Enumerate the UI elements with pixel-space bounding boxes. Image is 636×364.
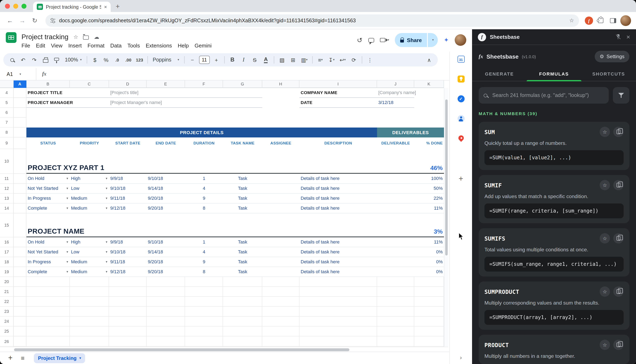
filter-button[interactable]: [613, 87, 629, 104]
row-header-15[interactable]: 15: [0, 213, 14, 237]
row-header-26[interactable]: 26: [0, 336, 14, 347]
cell-G12[interactable]: Task: [223, 184, 262, 194]
cell-K18[interactable]: 0%: [414, 257, 444, 267]
cell-A13[interactable]: [14, 194, 27, 204]
font-family-button[interactable]: Poppins▾: [150, 54, 182, 65]
cell-F23[interactable]: [185, 307, 223, 316]
section-2-percent[interactable]: 3%: [414, 213, 444, 237]
cell-K14[interactable]: 11%: [414, 204, 444, 213]
window-close-button[interactable]: [5, 4, 10, 8]
cell-F14[interactable]: 8: [185, 204, 223, 213]
favorite-button[interactable]: ☆: [600, 180, 610, 190]
cell-B14[interactable]: Complete▾: [27, 204, 70, 213]
cell-F6[interactable]: [185, 108, 223, 118]
number-format-button[interactable]: 123: [134, 54, 145, 65]
cell-C5[interactable]: [70, 98, 109, 108]
search-input[interactable]: [491, 92, 604, 99]
all-sheets-icon[interactable]: ≡: [17, 354, 28, 362]
cell-E13[interactable]: 9/20/18: [147, 194, 185, 204]
cell-C23[interactable]: [70, 307, 109, 316]
cell-G23[interactable]: [223, 307, 262, 316]
comment-icon[interactable]: [368, 38, 374, 42]
row-header-11[interactable]: 11: [0, 174, 14, 184]
cell-H7[interactable]: [262, 118, 299, 128]
star-document-icon[interactable]: ☆: [73, 34, 78, 40]
col-header-H[interactable]: H: [262, 80, 299, 88]
cell-H22[interactable]: [262, 297, 299, 307]
cell-J22[interactable]: [377, 297, 414, 307]
section-1-percent[interactable]: 46%: [414, 149, 444, 174]
cell-K24[interactable]: [414, 316, 444, 326]
cell-H24[interactable]: [262, 316, 299, 326]
formula-search-box[interactable]: [479, 87, 609, 104]
name-box[interactable]: A1 ▾: [0, 68, 36, 80]
url-text[interactable]: docs.google.com/spreadsheets/d/1era4ZW_i…: [59, 18, 565, 23]
meet-caret-icon[interactable]: ▾: [388, 38, 389, 42]
cell-I25[interactable]: [299, 326, 377, 336]
cell-H12[interactable]: [262, 184, 299, 194]
cell-K22[interactable]: [414, 297, 444, 307]
cell-E17[interactable]: 9/14/18: [147, 247, 185, 257]
col-header-B[interactable]: B: [27, 80, 70, 88]
row-header-23[interactable]: 23: [0, 307, 14, 316]
cell-G24[interactable]: [223, 316, 262, 326]
cell-B25[interactable]: [27, 326, 70, 336]
cell-D11[interactable]: 9/9/18: [109, 174, 147, 184]
cell-A14[interactable]: [14, 204, 27, 213]
account-avatar[interactable]: [455, 34, 466, 46]
cell-D17[interactable]: 9/10/18: [109, 247, 147, 257]
cell-H5[interactable]: [262, 98, 299, 108]
row-header-12[interactable]: 12: [0, 184, 14, 194]
decrease-decimals-button[interactable]: .0: [112, 54, 123, 65]
more-button[interactable]: ⋮: [365, 54, 375, 65]
cell-H26[interactable]: [262, 336, 299, 347]
row-header-4[interactable]: 4: [0, 88, 14, 98]
cell-H14[interactable]: [262, 204, 299, 213]
cell-E26[interactable]: [147, 336, 185, 347]
menu-format[interactable]: Format: [85, 42, 107, 50]
cell-E7[interactable]: [147, 118, 185, 128]
cell-I5[interactable]: DATE: [299, 98, 377, 108]
borders-button[interactable]: ⊞: [288, 54, 299, 65]
rail-contacts-button[interactable]: [455, 114, 466, 124]
undo-button[interactable]: ↶: [18, 54, 29, 65]
text-rotation-button[interactable]: ⟳: [349, 54, 359, 65]
table-header-deliverable[interactable]: DELIVERABLE: [377, 138, 414, 149]
band-deliverables[interactable]: DELIVERABLES: [377, 128, 444, 138]
print-button[interactable]: [40, 54, 51, 65]
col-header-E[interactable]: E: [147, 80, 185, 88]
cell-B12[interactable]: Not Yet Started▾: [27, 184, 70, 194]
cell-C17[interactable]: Low▾: [70, 247, 109, 257]
table-header-priority[interactable]: PRIORITY: [70, 138, 109, 149]
cell-J21[interactable]: [377, 287, 414, 297]
tab-generate[interactable]: GENERATE: [472, 67, 527, 81]
cell-H4[interactable]: [262, 88, 299, 98]
cell-H21[interactable]: [262, 287, 299, 297]
cell-A9[interactable]: [14, 138, 27, 149]
increase-font-size-button[interactable]: +: [211, 54, 222, 65]
cell-B19[interactable]: Complete▾: [27, 267, 70, 277]
row-header-7[interactable]: 7: [0, 118, 14, 128]
cell-G16[interactable]: Task: [223, 237, 262, 247]
cell-D12[interactable]: 9/10/18: [109, 184, 147, 194]
cell-G22[interactable]: [223, 297, 262, 307]
row-header-20[interactable]: 20: [0, 277, 14, 287]
cell-I22[interactable]: [299, 297, 377, 307]
cell-F18[interactable]: 9: [185, 257, 223, 267]
cell-E24[interactable]: [147, 316, 185, 326]
cell-C24[interactable]: [70, 316, 109, 326]
cell-D5[interactable]: [Project Manager's name]: [109, 98, 262, 108]
col-header-C[interactable]: C: [70, 80, 109, 88]
cell-D22[interactable]: [109, 297, 147, 307]
cell-I24[interactable]: [299, 316, 377, 326]
row-header-9[interactable]: 9: [0, 138, 14, 149]
cell-A16[interactable]: [14, 237, 27, 247]
cell-A21[interactable]: [14, 287, 27, 297]
browser-profile-avatar[interactable]: [620, 15, 631, 26]
vertical-align-button[interactable]: ↧▾: [326, 54, 337, 65]
menu-tools[interactable]: Tools: [125, 42, 143, 50]
bold-button[interactable]: B: [227, 54, 238, 65]
cell-H25[interactable]: [262, 326, 299, 336]
row-header-10[interactable]: 10: [0, 149, 14, 174]
cell-K19[interactable]: 0%: [414, 267, 444, 277]
